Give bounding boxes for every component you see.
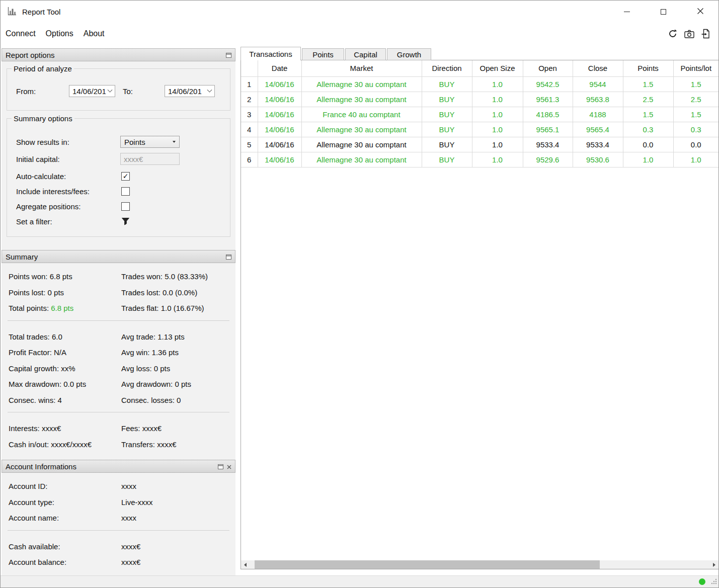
cell-close[interactable]: 9563.8 [573, 92, 623, 107]
col-header-points[interactable]: Points [623, 60, 673, 76]
col-header-close[interactable]: Close [573, 60, 623, 76]
tab-growth[interactable]: Growth [387, 48, 431, 60]
col-header-points-lot[interactable]: Points/lot [673, 60, 718, 76]
cell-close[interactable]: 9544 [573, 76, 623, 92]
to-date-select[interactable]: 14/06/201 [165, 85, 215, 97]
scroll-right-button[interactable] [710, 560, 718, 569]
cell-close[interactable]: 4188 [573, 107, 623, 122]
cell-date[interactable]: 14/06/16 [258, 152, 301, 167]
cell-open[interactable]: 9565.1 [523, 122, 573, 137]
cell-open-size[interactable]: 1.0 [472, 107, 523, 122]
minimize-button[interactable] [608, 1, 645, 23]
screenshot-button[interactable] [683, 28, 695, 40]
scroll-left-button[interactable] [241, 560, 250, 569]
scrollbar-thumb[interactable] [255, 560, 600, 569]
summary-header[interactable]: Summary [2, 250, 235, 263]
cell-points[interactable]: 1.0 [623, 152, 673, 167]
row-number[interactable]: 5 [241, 137, 258, 152]
menu-about[interactable]: About [78, 23, 110, 44]
cell-date[interactable]: 14/06/16 [258, 107, 301, 122]
cell-direction[interactable]: BUY [422, 137, 472, 152]
export-button[interactable] [700, 28, 712, 40]
table-corner[interactable] [241, 60, 258, 76]
cell-open[interactable]: 9561.3 [523, 92, 573, 107]
row-number[interactable]: 6 [241, 152, 258, 167]
float-panel-icon[interactable] [226, 253, 231, 261]
cell-market[interactable]: Allemagne 30 au comptant [301, 137, 422, 152]
col-header-market[interactable]: Market [301, 60, 422, 76]
cell-open[interactable]: 9533.4 [523, 137, 573, 152]
transaction-row[interactable]: 5 14/06/16 Allemagne 30 au comptant BUY … [241, 137, 718, 152]
transaction-row[interactable]: 4 14/06/16 Allemagne 30 au comptant BUY … [241, 122, 718, 137]
transaction-row[interactable]: 6 14/06/16 Allemagne 30 au comptant BUY … [241, 152, 718, 167]
tab-capital[interactable]: Capital [345, 48, 386, 60]
transaction-row[interactable]: 1 14/06/16 Allemagne 30 au comptant BUY … [241, 76, 718, 92]
col-header-open[interactable]: Open [523, 60, 573, 76]
cell-points-lot[interactable]: 1.5 [673, 107, 718, 122]
transaction-row[interactable]: 3 14/06/16 France 40 au comptant BUY 1.0… [241, 107, 718, 122]
cell-market[interactable]: Allemagne 30 au comptant [301, 76, 422, 92]
cell-date[interactable]: 14/06/16 [258, 137, 301, 152]
cell-points-lot[interactable]: 2.5 [673, 92, 718, 107]
cell-open[interactable]: 9542.5 [523, 76, 573, 92]
agregate-positions-checkbox[interactable] [121, 202, 130, 211]
cell-direction[interactable]: BUY [422, 92, 472, 107]
cell-points-lot[interactable]: 1.0 [673, 152, 718, 167]
cell-close[interactable]: 9565.4 [573, 122, 623, 137]
row-number[interactable]: 3 [241, 107, 258, 122]
cell-points[interactable]: 1.5 [623, 107, 673, 122]
cell-market[interactable]: Allemagne 30 au comptant [301, 92, 422, 107]
close-button[interactable] [682, 1, 718, 23]
cell-open-size[interactable]: 1.0 [472, 152, 523, 167]
row-number[interactable]: 4 [241, 122, 258, 137]
cell-open[interactable]: 4186.5 [523, 107, 573, 122]
float-panel-icon[interactable] [226, 51, 231, 59]
cell-points-lot[interactable]: 0.3 [673, 122, 718, 137]
cell-open[interactable]: 9529.6 [523, 152, 573, 167]
cell-direction[interactable]: BUY [422, 107, 472, 122]
horizontal-scrollbar[interactable] [241, 560, 718, 569]
cell-market[interactable]: Allemagne 30 au comptant [301, 122, 422, 137]
cell-open-size[interactable]: 1.0 [472, 76, 523, 92]
cell-market[interactable]: France 40 au comptant [301, 107, 422, 122]
cell-points[interactable]: 0.0 [623, 137, 673, 152]
maximize-button[interactable] [645, 1, 682, 23]
cell-direction[interactable]: BUY [422, 152, 472, 167]
cell-direction[interactable]: BUY [422, 76, 472, 92]
cell-points-lot[interactable]: 1.5 [673, 76, 718, 92]
cell-direction[interactable]: BUY [422, 122, 472, 137]
cell-date[interactable]: 14/06/16 [258, 92, 301, 107]
cell-points[interactable]: 0.3 [623, 122, 673, 137]
transaction-row[interactable]: 2 14/06/16 Allemagne 30 au comptant BUY … [241, 92, 718, 107]
show-results-select[interactable]: Points [120, 136, 180, 148]
cell-open-size[interactable]: 1.0 [472, 137, 523, 152]
cell-date[interactable]: 14/06/16 [258, 76, 301, 92]
refresh-button[interactable] [667, 28, 679, 40]
scrollbar-track[interactable] [250, 560, 710, 569]
cell-open-size[interactable]: 1.0 [472, 92, 523, 107]
tab-transactions[interactable]: Transactions [241, 47, 301, 60]
tab-points[interactable]: Points [302, 48, 344, 60]
cell-date[interactable]: 14/06/16 [258, 122, 301, 137]
row-number[interactable]: 1 [241, 76, 258, 92]
cell-open-size[interactable]: 1.0 [472, 122, 523, 137]
menu-options[interactable]: Options [41, 23, 78, 44]
menu-connect[interactable]: Connect [1, 23, 41, 44]
cell-market[interactable]: Allemagne 30 au comptant [301, 152, 422, 167]
account-informations-header[interactable]: Account Informations [2, 460, 235, 473]
cell-points-lot[interactable]: 0.0 [673, 137, 718, 152]
col-header-open-size[interactable]: Open Size [472, 60, 523, 76]
cell-close[interactable]: 9533.4 [573, 137, 623, 152]
from-date-select[interactable]: 14/06/201 [69, 85, 115, 97]
report-options-header[interactable]: Report options [2, 48, 235, 61]
include-fees-checkbox[interactable] [121, 187, 130, 196]
col-header-date[interactable]: Date [258, 60, 301, 76]
row-number[interactable]: 2 [241, 92, 258, 107]
auto-calculate-checkbox[interactable] [121, 172, 130, 181]
filter-button[interactable] [121, 217, 130, 225]
titlebar[interactable]: Report Tool [1, 1, 718, 23]
float-panel-icon[interactable] [218, 462, 223, 471]
close-panel-icon[interactable] [227, 462, 231, 471]
col-header-direction[interactable]: Direction [422, 60, 472, 76]
cell-points[interactable]: 1.5 [623, 76, 673, 92]
